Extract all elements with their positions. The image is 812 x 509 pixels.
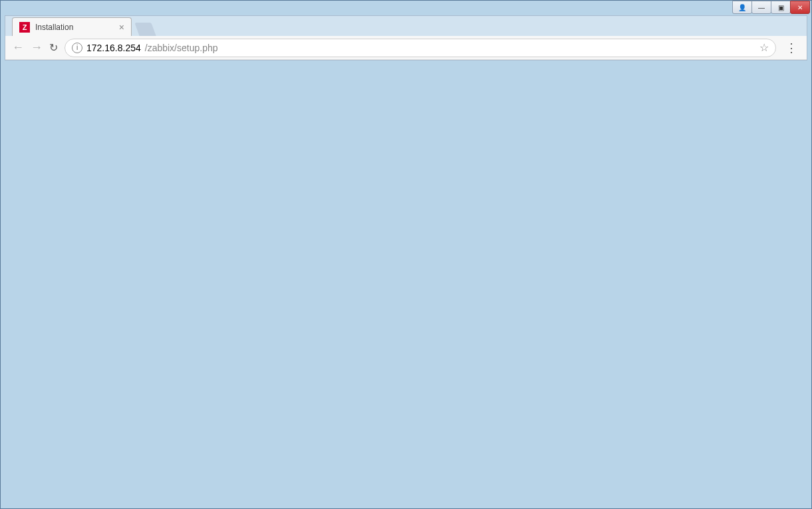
window-minimize-button[interactable]: —	[751, 1, 771, 14]
window-user-button[interactable]: 👤	[732, 1, 752, 14]
bookmark-star-icon[interactable]: ☆	[759, 41, 769, 54]
address-bar[interactable]: i 172.16.8.254/zabbix/setup.php ☆	[65, 39, 776, 57]
nav-back-icon[interactable]: ←	[12, 41, 24, 55]
nav-reload-icon[interactable]: ↻	[49, 41, 58, 54]
window-controls: 👤 — ▣ ✕	[733, 1, 810, 14]
site-info-icon[interactable]: i	[72, 43, 82, 53]
url-path: /zabbix/setup.php	[145, 43, 218, 53]
new-tab-button[interactable]	[134, 23, 156, 36]
browser-tab-active[interactable]: Z Installation ×	[12, 17, 132, 36]
browser-menu-icon[interactable]: ⋮	[783, 41, 800, 55]
tab-close-icon[interactable]: ×	[119, 22, 124, 33]
browser-toolbar: ← → ↻ i 172.16.8.254/zabbix/setup.php ☆ …	[5, 36, 807, 60]
tab-strip: Z Installation ×	[5, 16, 807, 36]
url-host: 172.16.8.254	[86, 43, 141, 53]
nav-forward-icon[interactable]: →	[31, 41, 43, 55]
window-maximize-button[interactable]: ▣	[771, 1, 791, 14]
zabbix-favicon-icon: Z	[19, 22, 30, 33]
window-close-button[interactable]: ✕	[790, 1, 810, 14]
browser-chrome: Z Installation × ← → ↻ i 172.16.8.254/za…	[5, 15, 807, 61]
tab-title: Installation	[35, 23, 114, 32]
